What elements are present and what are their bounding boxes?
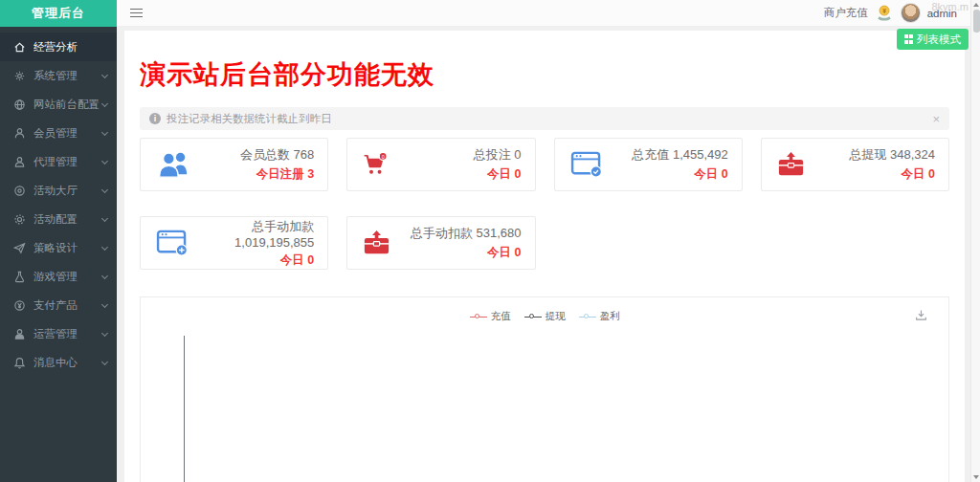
coin-hand-icon[interactable]: ¥ <box>875 4 894 23</box>
sidebar-item-label: 网站前台配置 <box>33 98 100 112</box>
grid-icon <box>904 34 914 44</box>
notice-text: 投注记录相关数据统计截止到昨日 <box>167 112 332 126</box>
sidebar-item-activity-hall[interactable]: 活动大厅 <box>0 176 117 205</box>
stat-today-value: 0 <box>928 167 935 181</box>
notice-bar: i 投注记录相关数据统计截止到昨日 × <box>140 107 949 130</box>
chevron-down-icon <box>101 273 108 279</box>
agent-user-icon <box>13 156 26 168</box>
stat-today-label: 今日 <box>487 167 511 181</box>
site-globe-icon <box>13 99 26 111</box>
sidebar-item-operations[interactable]: 运营管理 <box>0 319 117 348</box>
sidebar-item-label: 消息中心 <box>33 356 78 370</box>
chevron-down-icon <box>101 158 108 164</box>
notice-close-icon[interactable]: × <box>932 113 940 125</box>
list-mode-label: 列表模式 <box>917 33 961 47</box>
demo-warning-title: 演示站后台部分功能无效 <box>140 57 949 92</box>
legend-item-profit[interactable]: 盈利 <box>579 310 620 323</box>
stat-today-label: 今日 <box>902 167 925 181</box>
legend-item-recharge[interactable]: 充值 <box>470 310 511 323</box>
stat-card-manual-add: 总手动加款 1,019,195,855 今日 0 <box>140 216 328 270</box>
stat-card-recharge: 总充值 1,455,492 今日 0 <box>554 138 743 191</box>
stat-today-value: 3 <box>307 167 314 181</box>
sidebar-item-label: 运营管理 <box>33 327 78 341</box>
briefcase-up-icon <box>777 152 815 178</box>
sidebar-item-strategy[interactable]: 策略设计 <box>0 233 117 262</box>
chevron-down-icon <box>101 301 108 308</box>
stat-card-withdraw: 总提现 348,324 今日 0 <box>761 138 949 191</box>
scrollbar-thumb[interactable] <box>973 10 980 33</box>
top-header: 商户充值 ¥ admin <box>117 0 970 27</box>
stat-today-value: 0 <box>515 246 522 259</box>
svg-text:¥: ¥ <box>882 7 886 13</box>
stat-today-label: 今日 <box>694 167 718 181</box>
stat-value: 348,324 <box>890 147 935 162</box>
sidebar-item-messages[interactable]: 消息中心 <box>0 348 117 377</box>
svg-text:0: 0 <box>382 154 385 160</box>
sidebar-item-label: 系统管理 <box>33 69 78 83</box>
sidebar-item-members[interactable]: 会员管理 <box>0 119 117 147</box>
sidebar-item-label: 游戏管理 <box>33 270 78 284</box>
line-marker-icon <box>470 313 487 320</box>
stat-value: 531,680 <box>477 226 522 240</box>
list-mode-button[interactable]: 列表模式 <box>897 29 969 50</box>
legend-item-withdraw[interactable]: 提现 <box>524 310 566 323</box>
message-bell-icon <box>13 357 26 369</box>
scroll-down-icon[interactable] <box>972 472 980 482</box>
scroll-up-icon[interactable] <box>972 0 980 10</box>
chevron-down-icon <box>101 72 108 78</box>
sidebar-item-site-config[interactable]: 网站前台配置 <box>0 90 117 119</box>
sidebar-item-label: 代理管理 <box>33 155 78 169</box>
users-icon <box>156 150 194 179</box>
username-label[interactable]: admin <box>927 8 957 19</box>
sidebar-item-label: 经营分析 <box>33 40 78 55</box>
stat-label: 总提现 <box>849 147 886 162</box>
info-icon: i <box>149 113 161 124</box>
chevron-down-icon <box>101 330 108 337</box>
sidebar-toggle-icon[interactable] <box>117 0 155 27</box>
chevron-down-icon <box>101 129 108 136</box>
merchant-recharge-link[interactable]: 商户充值 <box>824 6 868 20</box>
game-flask-icon <box>13 271 26 283</box>
legend-label: 提现 <box>546 310 566 323</box>
sidebar-item-agents[interactable]: 代理管理 <box>0 147 117 176</box>
legend-label: 盈利 <box>600 310 620 323</box>
sidebar-item-business-analysis[interactable]: 经营分析 <box>0 33 117 61</box>
vertical-scrollbar[interactable] <box>970 0 980 482</box>
stat-today-value: 0 <box>515 167 522 181</box>
sidebar-item-label: 活动大厅 <box>33 184 78 198</box>
stat-today-label: 今日 <box>280 253 304 267</box>
chart-legend: 充值 提现 盈利 <box>141 297 948 323</box>
user-avatar[interactable] <box>901 3 921 23</box>
content-panel: 演示站后台部分功能无效 i 投注记录相关数据统计截止到昨日 × 会员总数 768… <box>124 31 965 482</box>
briefcase-up-icon <box>363 230 401 256</box>
sidebar-nav: 经营分析 系统管理 网站前台配置 会员管理 代理管理 活动大厅 <box>0 27 117 377</box>
stats-grid: 会员总数 768 今日注册 3 0 总投注 0 今日 0 <box>140 138 949 270</box>
sidebar-item-label: 会员管理 <box>33 126 78 141</box>
activity-config-icon <box>13 213 26 226</box>
sidebar-item-games[interactable]: 游戏管理 <box>0 262 117 291</box>
member-user-icon <box>13 127 26 140</box>
sidebar-item-payment[interactable]: 支付产品 <box>0 291 117 319</box>
sidebar-item-label: 支付产品 <box>33 298 78 313</box>
window-badge-icon <box>156 230 194 256</box>
stat-value: 0 <box>514 147 521 162</box>
sidebar: 管理后台 经营分析 系统管理 网站前台配置 会员管理 代理管理 <box>0 0 117 482</box>
stat-today-value: 0 <box>722 167 728 181</box>
stat-card-members: 会员总数 768 今日注册 3 <box>140 138 328 191</box>
stat-label: 会员总数 <box>240 147 290 162</box>
sidebar-item-system[interactable]: 系统管理 <box>0 61 117 90</box>
chevron-down-icon <box>101 359 108 365</box>
stat-label: 总充值 <box>632 147 669 162</box>
stat-value: 1,019,195,855 <box>234 235 314 250</box>
download-chart-icon[interactable] <box>915 309 927 321</box>
payment-icon <box>13 299 26 312</box>
legend-label: 充值 <box>491 310 511 323</box>
chevron-down-icon <box>101 186 108 193</box>
window-badge-icon <box>570 151 609 178</box>
sidebar-item-label: 策略设计 <box>33 241 78 255</box>
sidebar-item-activity-config[interactable]: 活动配置 <box>0 205 117 233</box>
chart-panel: 充值 提现 盈利 <box>140 296 949 482</box>
stat-today-label: 今日注册 <box>256 167 304 181</box>
chevron-down-icon <box>101 244 108 251</box>
line-marker-icon <box>524 313 542 320</box>
